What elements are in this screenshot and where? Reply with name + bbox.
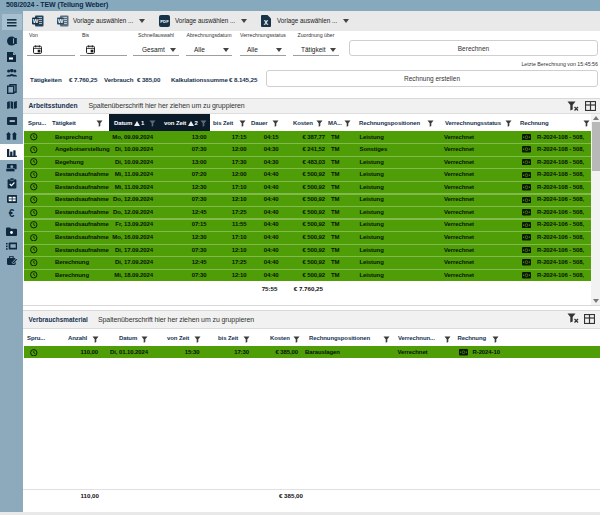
svg-text:PDF: PDF <box>160 19 169 24</box>
svg-text:X: X <box>264 19 269 26</box>
svg-text:W: W <box>58 18 64 24</box>
svg-text:W: W <box>33 18 39 24</box>
